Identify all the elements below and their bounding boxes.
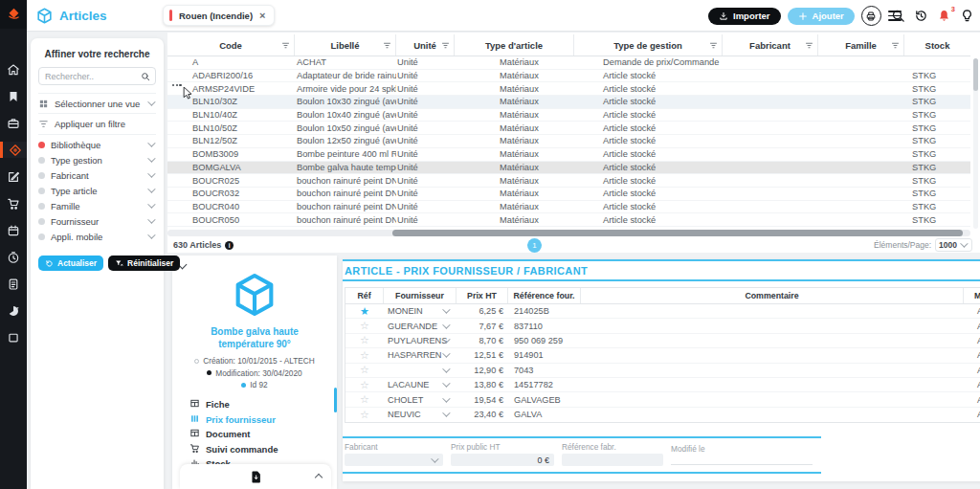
per-page-select[interactable]: 1000 [935, 238, 972, 252]
supplier-row[interactable]: 12,90 € 7043 ALTECH 04/02/2015 [345, 364, 980, 378]
column-header-ref[interactable]: Réf [345, 288, 384, 303]
table-row[interactable]: BLN10/30Z Boulon 10x30 zingué (avec é...… [167, 96, 970, 109]
lightbulb-icon[interactable] [960, 9, 974, 23]
column-header-famille[interactable]: Famille [818, 34, 904, 56]
filter-group-row[interactable]: Type gestion [38, 152, 156, 167]
info-icon[interactable]: i [225, 241, 234, 250]
filter-group-row[interactable]: Famille [38, 198, 156, 213]
detail-menu-item[interactable]: Fiche [189, 397, 337, 412]
column-header-prix-ht[interactable]: Prix HT [457, 288, 508, 303]
detail-scrollbar[interactable] [334, 388, 337, 412]
fournisseur-select[interactable] [384, 364, 457, 377]
search-field[interactable] [38, 67, 156, 85]
supplier-row[interactable]: PUYLAURENS 8,70 € 950 069 259 ALTECH 04/… [345, 334, 980, 348]
vertical-scrollbar[interactable] [973, 58, 978, 229]
table-row[interactable]: BLN12/50Z Boulon 12x50 zingué (avec é...… [167, 135, 970, 148]
supplier-row[interactable]: GUERANDE 7,67 € 837110 ALTECH 04/02/2015 [345, 319, 980, 333]
detail-menu-item[interactable]: Document [189, 427, 337, 442]
column-header-libelle[interactable]: Libellé [295, 34, 396, 56]
column-header-type-gestion[interactable]: Type de gestion [574, 34, 723, 56]
fournisseur-select[interactable]: GUERANDE [384, 319, 457, 332]
cart-icon[interactable] [0, 195, 27, 211]
page-number-badge[interactable]: 1 [527, 238, 542, 253]
table-row[interactable]: ADABRI200/16 Adaptateur de bride rainuré… [167, 70, 970, 83]
table-row[interactable]: BOUCR040 bouchon rainuré peint DN40 Unit… [167, 201, 970, 214]
favorite-star-icon[interactable] [360, 380, 369, 390]
table-row[interactable]: BLN10/50Z Boulon 10x50 zingué (avec é...… [167, 122, 970, 135]
actualiser-button[interactable]: Actualiser [38, 256, 103, 271]
tab-close-icon[interactable]: × [259, 11, 265, 21]
history-icon[interactable] [914, 9, 928, 23]
search-icon[interactable] [891, 9, 905, 23]
table-row[interactable]: BOMB3009 Bombe peinture 400 ml RAL... Un… [167, 148, 970, 162]
table-row[interactable]: BOUCR050 bouchon rainuré peint DN50 Unit… [167, 213, 970, 227]
favorite-star-icon[interactable] [360, 335, 369, 345]
edit-icon[interactable] [0, 168, 27, 185]
table-row[interactable]: BOUCR032 bouchon rainuré peint DN32 Unit… [167, 188, 970, 201]
column-header-type-article[interactable]: Type d'article [455, 34, 574, 56]
supplier-row[interactable]: HASPARREN 12,51 € 914901 ALTECH 04/02/20… [345, 348, 980, 363]
pie-chart-icon[interactable] [0, 302, 27, 319]
favorite-star-icon[interactable] [360, 350, 369, 361]
fournisseur-select[interactable]: NEUVIC [384, 408, 457, 422]
notifications-bell-icon[interactable]: 3 [937, 9, 951, 23]
reference-fabr-input[interactable] [562, 454, 663, 466]
column-header-fabricant[interactable]: Fabricant [723, 34, 818, 56]
filter-group-row[interactable]: Fabricant [38, 167, 156, 183]
filter-icon[interactable] [805, 41, 813, 50]
table-row[interactable]: BLN10/40Z Boulon 10x40 zingué (avec é...… [167, 109, 970, 122]
fabricant-select[interactable] [345, 454, 443, 466]
ajouter-button[interactable]: Ajouter [788, 8, 855, 25]
briefcase-icon[interactable] [0, 115, 27, 131]
print-button[interactable] [861, 6, 881, 26]
fournisseur-select[interactable]: CHOLET [384, 392, 457, 406]
table-row[interactable]: A ACHAT Unité Matériaux Demande de prix/… [167, 56, 970, 70]
invoice-icon[interactable] [0, 276, 27, 292]
filter-group-row[interactable]: Appli. mobile [38, 229, 156, 244]
export-panel[interactable] [180, 464, 331, 489]
select-view-dropdown[interactable]: Sélectionner une vue [38, 93, 156, 114]
column-header-code[interactable]: Code [167, 34, 295, 56]
square-icon[interactable] [0, 329, 27, 345]
row-actions-icon[interactable] [172, 84, 182, 86]
fournisseur-select[interactable]: LACAUNE [384, 378, 457, 391]
home-icon[interactable] [0, 61, 27, 78]
favorite-star-icon[interactable] [360, 365, 369, 375]
column-header-fournisseur[interactable]: Fournisseur [384, 288, 457, 303]
prix-public-input[interactable]: 0 € [451, 454, 554, 466]
column-header-commentaire[interactable]: Commentaire [581, 288, 964, 303]
filter-icon[interactable] [383, 41, 391, 50]
column-header-stock[interactable]: Stock [904, 34, 970, 56]
calendar-icon[interactable] [0, 222, 27, 238]
favorite-star-icon[interactable] [360, 394, 369, 405]
filter-group-row[interactable]: Type article [38, 183, 156, 198]
filter-group-row[interactable]: Bibliothèque [38, 137, 156, 152]
favorite-star-icon[interactable] [360, 410, 369, 420]
detail-menu-item[interactable]: Suivi commande [189, 442, 337, 457]
table-row[interactable]: BOUCR025 bouchon rainuré peint DN25 Unit… [167, 174, 970, 188]
app-logo[interactable] [0, 0, 27, 29]
fournisseur-select[interactable]: PUYLAURENS [384, 334, 457, 347]
reinitialiser-button[interactable]: Réinitialiser [108, 256, 180, 271]
horizontal-scrollbar[interactable] [167, 230, 970, 236]
apply-filter-row[interactable]: Appliquer un filtre [38, 114, 156, 135]
scrollbar-thumb[interactable] [392, 230, 963, 236]
detail-menu-item[interactable]: Prix fournisseur [189, 412, 337, 428]
importer-button[interactable]: Importer [708, 8, 781, 25]
favorite-star-icon[interactable] [360, 321, 369, 331]
fournisseur-select[interactable]: HASPARREN [384, 348, 457, 362]
column-header-unite[interactable]: Unité [396, 34, 455, 56]
supplier-row[interactable]: MONEIN 6,25 € 214025B ALTECH 09/02/2015 [345, 304, 980, 319]
tab-rouen-incendie[interactable]: Rouen (Incendie) × [163, 5, 275, 26]
filter-icon[interactable] [709, 41, 718, 50]
bookmark-icon[interactable] [0, 88, 27, 104]
articles-tag-icon[interactable] [0, 142, 27, 158]
history-clock-icon[interactable] [0, 249, 27, 265]
filter-icon[interactable] [441, 41, 450, 50]
search-input[interactable] [39, 72, 135, 81]
fournisseur-select[interactable]: MONEIN [384, 304, 457, 318]
filter-icon[interactable] [281, 41, 290, 50]
table-row[interactable]: BOMGALVA Bombe galva haute tempéra... Un… [167, 162, 970, 175]
supplier-row[interactable]: NEUVIC 23,40 € GALVA ALTECH 04/02/2015 [345, 408, 980, 422]
supplier-row[interactable]: LACAUNE 13,80 € 14517782 ALTECH 04/02/20… [345, 378, 980, 392]
